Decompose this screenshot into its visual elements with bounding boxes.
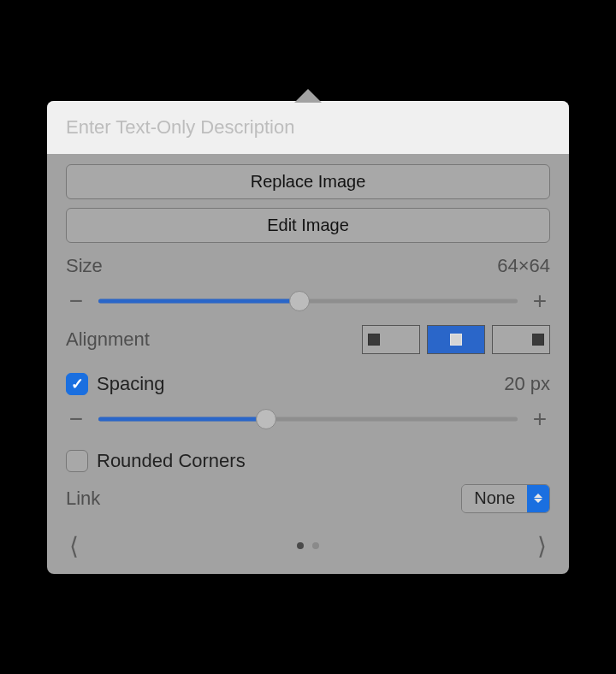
popover-caret: [294, 89, 322, 103]
spacing-value: 20 px: [504, 373, 550, 395]
rounded-corners-checkbox[interactable]: [66, 450, 88, 472]
page-dot-2[interactable]: [312, 542, 319, 549]
spacing-decrease-button[interactable]: −: [66, 407, 86, 431]
description-bar: [47, 101, 569, 154]
size-slider[interactable]: [98, 291, 518, 311]
spacing-label: Spacing: [97, 373, 165, 395]
align-center-icon: [450, 334, 462, 346]
alignment-segmented-control: [362, 325, 550, 354]
updown-caret-icon: [527, 485, 549, 512]
size-increase-button[interactable]: +: [530, 289, 550, 313]
image-settings-popover: Replace Image Edit Image Size 64×64 − + …: [47, 101, 569, 574]
spacing-slider-thumb[interactable]: [256, 409, 276, 429]
edit-image-button[interactable]: Edit Image: [66, 208, 550, 243]
size-slider-thumb[interactable]: [289, 291, 310, 311]
align-right-icon: [532, 334, 544, 346]
next-page-button[interactable]: ⟩: [534, 532, 550, 560]
page-dot-1[interactable]: [297, 542, 304, 549]
link-dropdown-value: None: [462, 485, 527, 512]
align-left-icon: [368, 334, 380, 346]
alignment-label: Alignment: [66, 328, 150, 351]
spacing-checkbox[interactable]: [66, 373, 88, 395]
size-slider-fill: [98, 299, 299, 303]
rounded-corners-label: Rounded Corners: [97, 450, 246, 472]
align-right-button[interactable]: [492, 325, 550, 354]
replace-image-button[interactable]: Replace Image: [66, 164, 550, 199]
page-dots: [297, 542, 319, 549]
align-center-button[interactable]: [427, 325, 485, 354]
link-label: Link: [66, 488, 100, 510]
spacing-slider-fill: [98, 417, 266, 421]
prev-page-button[interactable]: ⟨: [66, 532, 82, 560]
spacing-increase-button[interactable]: +: [530, 407, 550, 431]
description-input[interactable]: [66, 116, 550, 139]
size-value: 64×64: [497, 255, 550, 277]
spacing-slider[interactable]: [98, 409, 518, 429]
link-dropdown[interactable]: None: [461, 484, 550, 513]
size-decrease-button[interactable]: −: [66, 289, 86, 313]
size-label: Size: [66, 255, 103, 277]
align-left-button[interactable]: [362, 325, 420, 354]
